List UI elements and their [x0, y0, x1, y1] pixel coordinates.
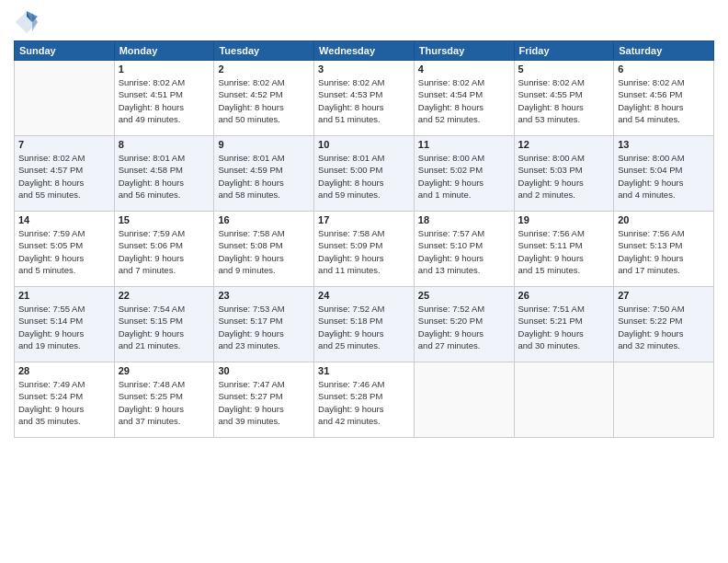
- day-number: 14: [18, 214, 110, 225]
- day-number: 11: [418, 139, 510, 150]
- day-info: Sunrise: 7:46 AMSunset: 5:28 PMDaylight:…: [318, 378, 410, 427]
- day-info: Sunrise: 8:00 AMSunset: 5:03 PMDaylight:…: [518, 152, 610, 201]
- calendar-cell: 17Sunrise: 7:58 AMSunset: 5:09 PMDayligh…: [314, 212, 415, 287]
- calendar-cell: 3Sunrise: 8:02 AMSunset: 4:53 PMDaylight…: [314, 61, 415, 136]
- day-number: 10: [318, 139, 410, 150]
- calendar-week-row: 28Sunrise: 7:49 AMSunset: 5:24 PMDayligh…: [15, 362, 714, 438]
- day-number: 27: [618, 290, 710, 301]
- calendar-cell: 14Sunrise: 7:59 AMSunset: 5:05 PMDayligh…: [15, 212, 115, 287]
- day-number: 24: [318, 290, 410, 301]
- day-number: 28: [18, 365, 110, 376]
- calendar-cell: [15, 61, 115, 136]
- day-info: Sunrise: 8:02 AMSunset: 4:54 PMDaylight:…: [418, 76, 510, 125]
- calendar-cell: 12Sunrise: 8:00 AMSunset: 5:03 PMDayligh…: [514, 136, 614, 212]
- page-header: [14, 9, 714, 35]
- calendar-cell: 2Sunrise: 8:02 AMSunset: 4:52 PMDaylight…: [214, 61, 314, 136]
- day-number: 1: [119, 63, 210, 75]
- calendar-cell: 13Sunrise: 8:00 AMSunset: 5:04 PMDayligh…: [614, 136, 714, 212]
- day-info: Sunrise: 8:00 AMSunset: 5:04 PMDaylight:…: [618, 152, 710, 201]
- day-number: 13: [618, 139, 710, 150]
- day-number: 21: [18, 290, 110, 301]
- day-info: Sunrise: 8:02 AMSunset: 4:52 PMDaylight:…: [218, 76, 310, 125]
- day-header-tuesday: Tuesday: [214, 41, 314, 61]
- day-info: Sunrise: 8:02 AMSunset: 4:57 PMDaylight:…: [18, 152, 110, 201]
- calendar-cell: [414, 362, 514, 438]
- calendar-cell: 1Sunrise: 8:02 AMSunset: 4:51 PMDaylight…: [114, 61, 214, 136]
- day-number: 8: [119, 139, 210, 150]
- calendar-week-row: 14Sunrise: 7:59 AMSunset: 5:05 PMDayligh…: [15, 212, 714, 287]
- calendar-cell: 29Sunrise: 7:48 AMSunset: 5:25 PMDayligh…: [114, 362, 214, 438]
- calendar-cell: 9Sunrise: 8:01 AMSunset: 4:59 PMDaylight…: [214, 136, 314, 212]
- day-header-monday: Monday: [114, 41, 214, 61]
- calendar-cell: [514, 362, 614, 438]
- day-info: Sunrise: 8:01 AMSunset: 4:59 PMDaylight:…: [218, 152, 310, 201]
- day-info: Sunrise: 8:01 AMSunset: 4:58 PMDaylight:…: [119, 152, 210, 201]
- day-info: Sunrise: 7:52 AMSunset: 5:20 PMDaylight:…: [418, 303, 510, 351]
- calendar-cell: 8Sunrise: 8:01 AMSunset: 4:58 PMDaylight…: [114, 136, 214, 212]
- day-number: 12: [518, 139, 610, 150]
- day-info: Sunrise: 7:48 AMSunset: 5:25 PMDaylight:…: [119, 378, 210, 427]
- calendar-header-row: SundayMondayTuesdayWednesdayThursdayFrid…: [15, 41, 714, 61]
- calendar-cell: 19Sunrise: 7:56 AMSunset: 5:11 PMDayligh…: [514, 212, 614, 287]
- day-number: 2: [218, 63, 310, 75]
- day-number: 29: [119, 365, 210, 376]
- calendar-cell: 23Sunrise: 7:53 AMSunset: 5:17 PMDayligh…: [214, 287, 314, 362]
- day-number: 25: [418, 290, 510, 301]
- day-info: Sunrise: 7:50 AMSunset: 5:22 PMDaylight:…: [618, 303, 710, 351]
- day-info: Sunrise: 8:02 AMSunset: 4:53 PMDaylight:…: [318, 76, 410, 125]
- calendar-cell: 16Sunrise: 7:58 AMSunset: 5:08 PMDayligh…: [214, 212, 314, 287]
- day-number: 31: [318, 365, 410, 376]
- logo: [14, 9, 43, 35]
- day-info: Sunrise: 7:59 AMSunset: 5:05 PMDaylight:…: [18, 227, 110, 276]
- day-number: 20: [618, 214, 710, 225]
- day-info: Sunrise: 8:02 AMSunset: 4:55 PMDaylight:…: [518, 76, 610, 125]
- calendar-cell: 21Sunrise: 7:55 AMSunset: 5:14 PMDayligh…: [15, 287, 115, 362]
- calendar-cell: 20Sunrise: 7:56 AMSunset: 5:13 PMDayligh…: [614, 212, 714, 287]
- day-number: 17: [318, 214, 410, 225]
- day-number: 19: [518, 214, 610, 225]
- day-number: 6: [618, 63, 710, 75]
- day-info: Sunrise: 7:58 AMSunset: 5:08 PMDaylight:…: [218, 227, 310, 276]
- calendar-week-row: 21Sunrise: 7:55 AMSunset: 5:14 PMDayligh…: [15, 287, 714, 362]
- day-info: Sunrise: 7:56 AMSunset: 5:11 PMDaylight:…: [518, 227, 610, 276]
- day-info: Sunrise: 7:51 AMSunset: 5:21 PMDaylight:…: [518, 303, 610, 351]
- calendar-table: SundayMondayTuesdayWednesdayThursdayFrid…: [14, 40, 714, 438]
- calendar-week-row: 1Sunrise: 8:02 AMSunset: 4:51 PMDaylight…: [15, 61, 714, 136]
- day-header-wednesday: Wednesday: [314, 41, 415, 61]
- day-info: Sunrise: 8:02 AMSunset: 4:51 PMDaylight:…: [119, 76, 210, 125]
- day-number: 15: [119, 214, 210, 225]
- calendar-cell: 6Sunrise: 8:02 AMSunset: 4:56 PMDaylight…: [614, 61, 714, 136]
- day-number: 30: [218, 365, 310, 376]
- day-number: 26: [518, 290, 610, 301]
- day-number: 22: [119, 290, 210, 301]
- day-number: 16: [218, 214, 310, 225]
- day-info: Sunrise: 7:47 AMSunset: 5:27 PMDaylight:…: [218, 378, 310, 427]
- day-info: Sunrise: 7:54 AMSunset: 5:15 PMDaylight:…: [119, 303, 210, 351]
- day-number: 5: [518, 63, 610, 75]
- day-info: Sunrise: 7:52 AMSunset: 5:18 PMDaylight:…: [318, 303, 410, 351]
- day-header-thursday: Thursday: [414, 41, 514, 61]
- calendar-cell: 15Sunrise: 7:59 AMSunset: 5:06 PMDayligh…: [114, 212, 214, 287]
- day-info: Sunrise: 7:55 AMSunset: 5:14 PMDaylight:…: [18, 303, 110, 351]
- day-number: 18: [418, 214, 510, 225]
- day-info: Sunrise: 7:53 AMSunset: 5:17 PMDaylight:…: [218, 303, 310, 351]
- day-header-sunday: Sunday: [15, 41, 115, 61]
- day-number: 3: [318, 63, 410, 75]
- day-header-saturday: Saturday: [614, 41, 714, 61]
- day-info: Sunrise: 8:00 AMSunset: 5:02 PMDaylight:…: [418, 152, 510, 201]
- day-info: Sunrise: 7:57 AMSunset: 5:10 PMDaylight:…: [418, 227, 510, 276]
- calendar-cell: 26Sunrise: 7:51 AMSunset: 5:21 PMDayligh…: [514, 287, 614, 362]
- calendar-cell: 5Sunrise: 8:02 AMSunset: 4:55 PMDaylight…: [514, 61, 614, 136]
- calendar-cell: 25Sunrise: 7:52 AMSunset: 5:20 PMDayligh…: [414, 287, 514, 362]
- calendar-cell: 11Sunrise: 8:00 AMSunset: 5:02 PMDayligh…: [414, 136, 514, 212]
- day-info: Sunrise: 7:49 AMSunset: 5:24 PMDaylight:…: [18, 378, 110, 427]
- calendar-cell: 10Sunrise: 8:01 AMSunset: 5:00 PMDayligh…: [314, 136, 415, 212]
- calendar-cell: 22Sunrise: 7:54 AMSunset: 5:15 PMDayligh…: [114, 287, 214, 362]
- calendar-cell: 4Sunrise: 8:02 AMSunset: 4:54 PMDaylight…: [414, 61, 514, 136]
- day-info: Sunrise: 7:59 AMSunset: 5:06 PMDaylight:…: [119, 227, 210, 276]
- day-info: Sunrise: 8:01 AMSunset: 5:00 PMDaylight:…: [318, 152, 410, 201]
- day-number: 9: [218, 139, 310, 150]
- calendar-cell: 30Sunrise: 7:47 AMSunset: 5:27 PMDayligh…: [214, 362, 314, 438]
- day-number: 7: [18, 139, 110, 150]
- calendar-cell: 27Sunrise: 7:50 AMSunset: 5:22 PMDayligh…: [614, 287, 714, 362]
